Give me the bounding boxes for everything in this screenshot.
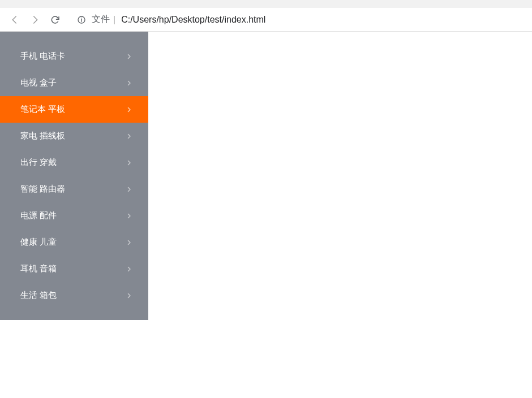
url-scheme-label: 文件 — [92, 14, 110, 25]
chevron-right-icon — [126, 292, 132, 299]
category-item-label: 健康 儿童 — [20, 237, 57, 248]
category-item-7[interactable]: 健康 儿童 — [0, 229, 148, 256]
chevron-right-icon — [126, 106, 132, 113]
category-item-label: 智能 路由器 — [20, 184, 65, 194]
url-path: C:/Users/hp/Desktop/test/index.html — [121, 15, 265, 25]
reload-icon — [50, 15, 61, 25]
category-item-5[interactable]: 智能 路由器 — [0, 176, 148, 202]
chevron-right-icon — [126, 53, 132, 60]
category-item-8[interactable]: 耳机 音箱 — [0, 256, 148, 282]
category-item-label: 电视 盒子 — [20, 77, 57, 88]
chevron-right-icon — [126, 186, 132, 193]
forward-button[interactable] — [25, 10, 45, 30]
category-item-3[interactable]: 家电 插线板 — [0, 123, 148, 149]
url-separator: | — [113, 15, 115, 25]
chevron-right-icon — [126, 239, 132, 246]
info-icon — [77, 15, 86, 24]
category-item-label: 电源 配件 — [20, 210, 57, 221]
category-sidebar: 手机 电话卡电视 盒子笔记本 平板家电 插线板出行 穿戴智能 路由器电源 配件健… — [0, 32, 148, 320]
chevron-right-icon — [126, 133, 132, 140]
category-item-1[interactable]: 电视 盒子 — [0, 70, 148, 96]
category-item-label: 耳机 音箱 — [20, 263, 57, 274]
chevron-right-icon — [126, 213, 132, 219]
category-item-0[interactable]: 手机 电话卡 — [0, 43, 148, 70]
category-item-6[interactable]: 电源 配件 — [0, 202, 148, 229]
arrow-left-icon — [10, 15, 20, 25]
category-item-9[interactable]: 生活 箱包 — [0, 282, 148, 309]
reload-button[interactable] — [45, 10, 66, 30]
category-item-label: 手机 电话卡 — [20, 51, 65, 62]
address-bar[interactable]: 文件 | C:/Users/hp/Desktop/test/index.html — [70, 11, 527, 28]
arrow-right-icon — [30, 15, 40, 25]
chevron-right-icon — [126, 266, 132, 272]
category-item-label: 笔记本 平板 — [20, 104, 65, 115]
chevron-right-icon — [126, 80, 132, 86]
category-item-label: 出行 穿戴 — [20, 157, 57, 168]
browser-tab-strip — [0, 0, 532, 8]
category-item-label: 家电 插线板 — [20, 131, 65, 141]
category-item-4[interactable]: 出行 穿戴 — [0, 149, 148, 176]
svg-point-2 — [81, 18, 82, 19]
page-content: 手机 电话卡电视 盒子笔记本 平板家电 插线板出行 穿戴智能 路由器电源 配件健… — [0, 32, 532, 320]
category-item-2[interactable]: 笔记本 平板 — [0, 96, 148, 123]
category-item-label: 生活 箱包 — [20, 290, 57, 301]
chevron-right-icon — [126, 159, 132, 166]
back-button[interactable] — [5, 10, 25, 30]
browser-toolbar: 文件 | C:/Users/hp/Desktop/test/index.html — [0, 8, 532, 32]
